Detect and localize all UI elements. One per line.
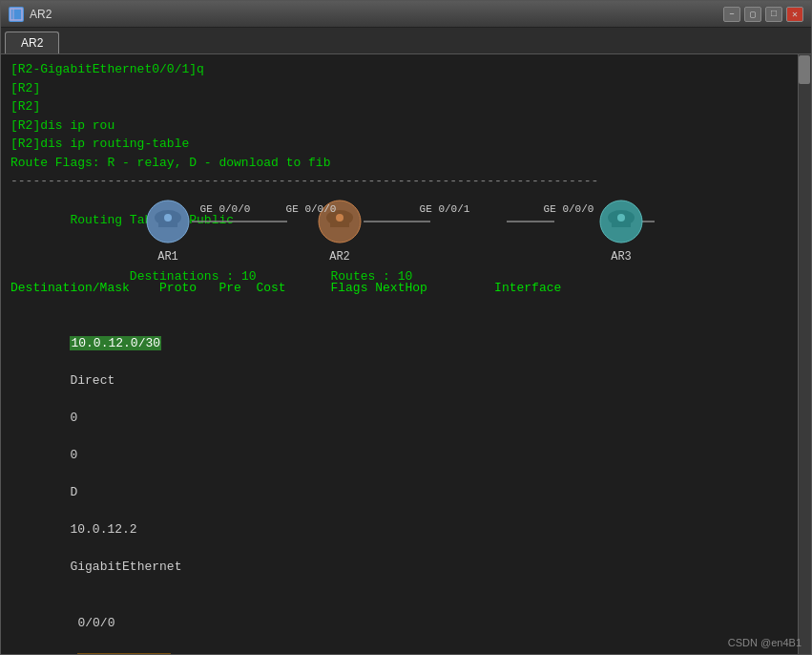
destinations-line: Destinations : 10 Routes : 10	[10, 248, 802, 305]
tab-ar2[interactable]: AR2	[5, 32, 59, 53]
window-controls: – ▢ □ ✕	[723, 7, 803, 22]
maximize-button[interactable]: □	[765, 7, 782, 22]
routing-diagram-area: Routing Tables: Public Destinations : 10…	[10, 191, 802, 277]
cmd-line-1: [R2-GigabitEthernet0/0/1]q	[10, 60, 802, 79]
route-row-1b: 0/0/0 10.0.23.0/30	[10, 595, 802, 654]
terminal: [R2-GigabitEthernet0/0/1]q [R2] [R2] [R2…	[1, 54, 811, 654]
app-icon	[9, 7, 24, 22]
close-button[interactable]: ✕	[786, 7, 803, 22]
scrollbar[interactable]	[798, 54, 811, 654]
tab-bar: AR2	[1, 28, 811, 54]
flags-line: Route Flags: R - relay, D - download to …	[10, 154, 802, 173]
table-row: 10.0.12.0/30 Direct 0 0 D 10.0.12.2 Giga…	[10, 297, 802, 654]
title-bar: AR2 – ▢ □ ✕	[1, 1, 811, 28]
cmd-line-5: [R2]dis ip routing-table	[10, 135, 802, 154]
nexthop-highlight-1: 10.0.23.0/30	[77, 653, 171, 655]
svg-rect-0	[10, 9, 22, 20]
cmd-line-2: [R2]	[10, 79, 802, 98]
watermark: CSDN @en4B1	[728, 637, 802, 648]
cmd-line-4: [R2]dis ip rou	[10, 116, 802, 136]
routing-header: Routing Tables: Public	[10, 191, 802, 249]
restore-button[interactable]: ▢	[744, 7, 761, 22]
scrollbar-thumb[interactable]	[799, 55, 810, 84]
separator-line: ----------------------------------------…	[10, 172, 802, 191]
route-row-1a: 10.0.12.0/30 Direct 0 0 D 10.0.12.2 Giga…	[10, 297, 802, 595]
window-title: AR2	[30, 8, 723, 21]
dest-highlight-1: 10.0.12.0/30	[70, 336, 161, 350]
minimize-button[interactable]: –	[723, 7, 740, 22]
window: AR2 – ▢ □ ✕ AR2 [R2-GigabitEthernet0/0/1…	[0, 0, 812, 655]
cmd-line-3: [R2]	[10, 97, 802, 116]
